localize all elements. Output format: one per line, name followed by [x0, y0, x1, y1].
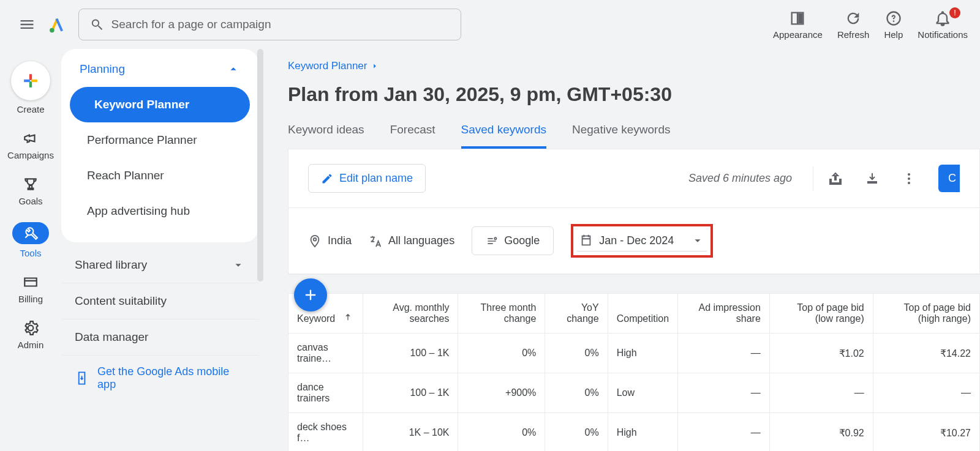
cell-avg: 1K – 10K — [363, 413, 458, 452]
card-icon — [23, 274, 39, 290]
location-chip[interactable]: India — [308, 234, 352, 248]
create-button[interactable]: Create — [11, 61, 50, 114]
cell-high: ₹10.27 — [873, 413, 979, 452]
date-range-highlight: Jan - Dec 2024 — [571, 224, 713, 258]
cell-imp: — — [678, 413, 770, 452]
tabs: Keyword ideas Forecast Saved keywords Ne… — [288, 123, 980, 149]
help-label: Help — [884, 29, 903, 40]
tab-forecast[interactable]: Forecast — [390, 123, 435, 149]
content-suitability-link[interactable]: Content suitability — [61, 283, 258, 319]
svg-point-8 — [908, 182, 910, 184]
admin-nav[interactable]: Admin — [18, 320, 44, 350]
add-keywords-fab[interactable] — [294, 278, 327, 311]
goals-label: Goals — [18, 196, 42, 206]
goals-nav[interactable]: Goals — [18, 176, 42, 206]
tab-negative-keywords[interactable]: Negative keywords — [572, 123, 671, 149]
translate-icon — [369, 234, 382, 248]
svg-rect-4 — [24, 80, 30, 82]
admin-label: Admin — [18, 340, 44, 350]
sidebar-item-app-advertising-hub[interactable]: App advertising hub — [70, 193, 250, 229]
trophy-icon — [23, 176, 39, 192]
cell-tm: +900% — [458, 373, 545, 413]
mobile-app-link[interactable]: Get the Google Ads mobile app — [61, 356, 258, 401]
planning-section-toggle[interactable]: Planning — [66, 62, 254, 87]
help-icon — [885, 10, 902, 27]
cell-low: ₹1.02 — [769, 334, 873, 373]
billing-nav[interactable]: Billing — [18, 274, 43, 304]
network-chip[interactable]: Google — [472, 226, 554, 255]
notifications-label: Notifications — [918, 29, 968, 40]
appearance-button[interactable]: Appearance — [773, 10, 823, 40]
sort-asc-icon — [343, 312, 353, 322]
dropdown-arrow-icon — [691, 234, 704, 247]
mobile-download-icon — [75, 371, 89, 386]
refresh-button[interactable]: Refresh — [837, 10, 870, 40]
svg-rect-5 — [31, 80, 37, 82]
more-icon[interactable] — [902, 171, 916, 186]
chevron-up-icon — [227, 62, 240, 76]
search-icon — [90, 17, 104, 32]
cell-high: — — [873, 373, 979, 413]
cell-tm: 0% — [458, 413, 545, 452]
megaphone-icon — [23, 130, 39, 146]
campaigns-nav[interactable]: Campaigns — [7, 130, 54, 160]
network-label: Google — [504, 234, 540, 247]
tools-nav[interactable]: Tools — [12, 222, 49, 258]
sidebar-item-reach-planner[interactable]: Reach Planner — [70, 158, 250, 193]
table-row[interactable]: deck shoes f… 1K – 10K 0% 0% High — ₹0.9… — [288, 413, 980, 452]
language-chip[interactable]: All languages — [369, 234, 454, 248]
share-icon[interactable] — [828, 171, 843, 186]
tab-saved-keywords[interactable]: Saved keywords — [461, 123, 546, 149]
cell-comp: High — [608, 334, 677, 373]
col-competition[interactable]: Competition — [608, 294, 677, 334]
create-campaign-button[interactable]: C — [938, 165, 960, 192]
table-row[interactable]: dance trainers 100 – 1K +900% 0% Low — —… — [288, 373, 980, 413]
svg-point-7 — [908, 177, 910, 180]
plus-icon — [302, 286, 319, 304]
appearance-icon — [789, 10, 806, 27]
col-top-low[interactable]: Top of page bid (low range) — [769, 294, 873, 334]
shared-library-toggle[interactable]: Shared library — [61, 247, 258, 283]
cell-comp: High — [608, 413, 677, 452]
edit-plan-name-button[interactable]: Edit plan name — [308, 164, 426, 193]
col-yoy[interactable]: YoY change — [545, 294, 608, 334]
table-row[interactable]: canvas traine… 100 – 1K 0% 0% High — ₹1.… — [288, 334, 980, 373]
cell-imp: — — [678, 334, 770, 373]
cell-high: ₹14.22 — [873, 334, 979, 373]
refresh-icon — [845, 10, 862, 27]
gear-icon — [23, 320, 39, 336]
help-button[interactable]: Help — [884, 10, 903, 40]
cell-yoy: 0% — [545, 373, 608, 413]
svg-point-0 — [50, 28, 55, 33]
scrollbar[interactable] — [257, 49, 263, 281]
breadcrumb[interactable]: Keyword Planner — [288, 60, 980, 72]
plus-multicolor-icon — [23, 73, 39, 89]
cell-yoy: 0% — [545, 413, 608, 452]
chevron-right-icon — [371, 62, 379, 70]
col-avg-searches[interactable]: Avg. monthly searches — [363, 294, 458, 334]
search-input[interactable] — [111, 18, 450, 31]
col-top-high[interactable]: Top of page bid (high range) — [873, 294, 979, 334]
download-icon[interactable] — [865, 171, 880, 186]
cell-avg: 100 – 1K — [363, 373, 458, 413]
col-impression-share[interactable]: Ad impression share — [678, 294, 770, 334]
cell-keyword: canvas traine… — [288, 334, 363, 373]
col-three-month[interactable]: Three month change — [458, 294, 545, 334]
pencil-icon — [321, 173, 333, 185]
hamburger-menu-icon[interactable] — [18, 16, 36, 33]
search-box[interactable] — [78, 9, 461, 40]
google-ads-logo — [48, 15, 66, 34]
notification-alert-badge: ! — [949, 7, 960, 18]
data-manager-link[interactable]: Data manager — [61, 319, 258, 355]
cell-tm: 0% — [458, 334, 545, 373]
cell-low: ₹0.92 — [769, 413, 873, 452]
sidebar-item-keyword-planner[interactable]: Keyword Planner — [70, 87, 250, 122]
keywords-table: Keyword Avg. monthly searches Three mont… — [288, 293, 980, 451]
cell-imp: — — [678, 373, 770, 413]
tab-keyword-ideas[interactable]: Keyword ideas — [288, 123, 364, 149]
bell-icon — [934, 10, 951, 27]
sidebar-item-performance-planner[interactable]: Performance Planner — [70, 122, 250, 158]
language-label: All languages — [388, 234, 454, 247]
notifications-button[interactable]: ! Notifications — [918, 10, 968, 40]
date-range-chip[interactable]: Jan - Dec 2024 — [577, 230, 707, 252]
